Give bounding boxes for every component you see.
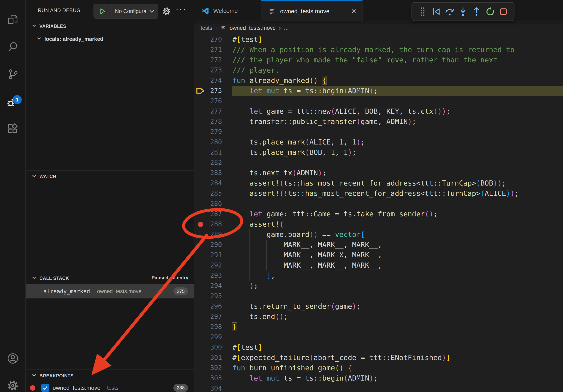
code-text[interactable]: game.board() == vector[: [232, 229, 563, 240]
line-number[interactable]: 280: [208, 137, 222, 147]
breakpoint-gutter[interactable]: [194, 301, 208, 312]
debug-restart-icon[interactable]: [484, 6, 496, 18]
breakpoint-gutter[interactable]: [194, 240, 208, 250]
code-text[interactable]: ],: [232, 270, 563, 281]
code-line-279[interactable]: 279: [194, 127, 563, 137]
code-line-296[interactable]: 296 ts.return_to_sender(game);: [194, 301, 563, 312]
line-number[interactable]: 281: [208, 147, 222, 157]
debug-continue-icon[interactable]: [430, 6, 442, 18]
code-text[interactable]: );: [232, 281, 563, 291]
breakpoint-gutter[interactable]: [194, 322, 208, 332]
breakpoint-gutter[interactable]: [194, 219, 208, 229]
breakpoint-gutter[interactable]: [194, 65, 208, 75]
breakpoint-gutter[interactable]: [194, 312, 208, 322]
code-line-273[interactable]: 273/// player.: [194, 65, 563, 75]
breakpoint-gutter[interactable]: [194, 260, 208, 270]
start-debug-icon[interactable]: [94, 4, 112, 18]
settings-gear-icon[interactable]: [0, 374, 26, 392]
code-line-271[interactable]: 271/// When a position is already marked…: [194, 45, 563, 55]
breadcrumb-symbol[interactable]: ...: [284, 25, 289, 31]
code-line-293[interactable]: 293 ],: [194, 270, 563, 281]
breakpoint-gutter[interactable]: [194, 198, 208, 209]
line-number[interactable]: 293: [208, 270, 222, 281]
debug-step-out-icon[interactable]: [471, 6, 482, 18]
code-line-281[interactable]: 281 ts.place_mark(BOB, 1, 1);: [194, 147, 563, 157]
code-text[interactable]: [232, 332, 563, 342]
debug-step-over-icon[interactable]: [444, 6, 456, 18]
code-line-275[interactable]: 275 let mut ts = ts::begin(ADMIN);: [194, 86, 563, 96]
code-text[interactable]: #[expected_failure(abort_code = ttt::ENo…: [232, 353, 563, 363]
code-text[interactable]: /// player.: [232, 65, 563, 75]
code-line-282[interactable]: 282: [194, 157, 563, 168]
code-line-284[interactable]: 284 assert!(ts::has_most_recent_for_addr…: [194, 178, 563, 188]
code-text[interactable]: let game = ttt::new(ALICE, BOB, KEY, ts.…: [232, 106, 563, 117]
breakpoint-gutter[interactable]: [194, 229, 208, 240]
line-number[interactable]: 301: [208, 353, 222, 363]
code-text[interactable]: }: [232, 322, 563, 332]
code-text[interactable]: ts.next_tx(ADMIN);: [232, 168, 563, 178]
code-line-272[interactable]: 272/// the player who made the "false" m…: [194, 55, 563, 65]
line-number[interactable]: 290: [208, 240, 222, 250]
code-text[interactable]: #[test]: [232, 342, 563, 353]
line-number[interactable]: 288: [208, 219, 222, 229]
line-number[interactable]: 294: [208, 281, 222, 291]
code-line-289[interactable]: 289 game.board() == vector[: [194, 229, 563, 240]
line-number[interactable]: 272: [208, 55, 222, 65]
code-line-274[interactable]: 274fun already_marked() {: [194, 75, 563, 86]
breakpoint-gutter[interactable]: [194, 373, 208, 383]
line-number[interactable]: 275: [208, 86, 222, 96]
code-text[interactable]: MARK__, MARK__, MARK__,: [232, 240, 563, 250]
breakpoint-gutter[interactable]: [194, 45, 208, 55]
code-line-292[interactable]: 292 MARK__, MARK__, MARK__,: [194, 260, 563, 270]
code-text[interactable]: let mut ts = ts::begin(ADMIN);: [232, 86, 563, 96]
source-control-icon[interactable]: [0, 62, 26, 86]
breadcrumb-file[interactable]: owned_tests.move: [230, 25, 276, 31]
breakpoint-gutter[interactable]: [194, 383, 208, 392]
line-number[interactable]: 299: [208, 332, 222, 342]
line-number[interactable]: 279: [208, 127, 222, 137]
breakpoint-gutter[interactable]: [194, 281, 208, 291]
code-text[interactable]: [232, 127, 563, 137]
breadcrumb-folder[interactable]: tests: [201, 25, 212, 31]
code-line-291[interactable]: 291 MARK__, MARK_X, MARK__,: [194, 250, 563, 260]
code-line-300[interactable]: 300#[test]: [194, 342, 563, 353]
code-line-303[interactable]: 303 let mut ts = ts::begin(ADMIN);: [194, 373, 563, 383]
breakpoint-list-item[interactable]: owned_tests.move tests 288: [26, 382, 194, 392]
code-text[interactable]: MARK__, MARK__, MARK__,: [232, 260, 563, 270]
call-stack-section-header[interactable]: CALL STACK: [32, 273, 69, 283]
breakpoint-gutter[interactable]: [194, 55, 208, 65]
breakpoint-checkbox[interactable]: [41, 384, 49, 392]
run-and-debug-icon[interactable]: [0, 90, 26, 114]
code-line-290[interactable]: 290 MARK__, MARK__, MARK__,: [194, 240, 563, 250]
line-number[interactable]: 270: [208, 34, 222, 45]
variables-locals-scope[interactable]: locals: already_marked: [37, 33, 103, 45]
line-number[interactable]: 285: [208, 188, 222, 198]
code-line-297[interactable]: 297 ts.end();: [194, 312, 563, 322]
line-number[interactable]: 276: [208, 96, 222, 106]
close-icon[interactable]: [351, 8, 357, 14]
code-line-285[interactable]: 285 assert!(!ts::has_most_recent_for_add…: [194, 188, 563, 198]
debug-stop-icon[interactable]: [498, 6, 509, 18]
code-text[interactable]: let game: ttt::Game = ts.take_from_sende…: [232, 209, 563, 219]
code-text[interactable]: ts.place_mark(ALICE, 1, 1);: [232, 137, 563, 147]
breakpoint-gutter[interactable]: [194, 188, 208, 198]
code-line-270[interactable]: 270#[test]: [194, 34, 563, 45]
breakpoint-gutter[interactable]: [194, 353, 208, 363]
breakpoint-gutter[interactable]: [194, 137, 208, 147]
code-line-304[interactable]: 304: [194, 383, 563, 392]
code-line-280[interactable]: 280 ts.place_mark(ALICE, 1, 1);: [194, 137, 563, 147]
code-text[interactable]: ts.place_mark(BOB, 1, 1);: [232, 147, 563, 157]
breakpoint-gutter[interactable]: [194, 291, 208, 301]
code-line-301[interactable]: 301#[expected_failure(abort_code = ttt::…: [194, 353, 563, 363]
code-text[interactable]: ts.return_to_sender(game);: [232, 301, 563, 312]
breakpoints-section-header[interactable]: BREAKPOINTS: [32, 371, 74, 381]
breakpoint-gutter[interactable]: [194, 75, 208, 86]
line-number[interactable]: 297: [208, 312, 222, 322]
code-text[interactable]: assert!(ts::has_most_recent_for_address<…: [232, 178, 563, 188]
code-text[interactable]: #[test]: [232, 34, 563, 45]
breakpoint-gutter[interactable]: [194, 250, 208, 260]
line-number[interactable]: 278: [208, 117, 222, 127]
breakpoint-gutter[interactable]: [194, 127, 208, 137]
variables-section-header[interactable]: VARIABLES: [32, 22, 66, 31]
code-text[interactable]: let mut ts = ts::begin(ADMIN);: [232, 373, 563, 383]
